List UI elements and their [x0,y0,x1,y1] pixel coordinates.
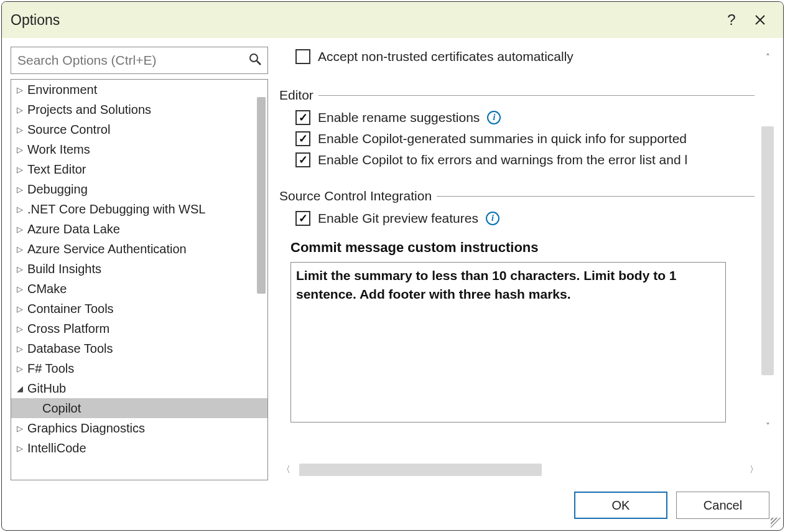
commit-instructions-heading: Commit message custom instructions [279,231,755,262]
scroll-thumb[interactable] [299,464,542,476]
info-icon[interactable]: i [487,111,501,124]
tree-item-cmake[interactable]: ▷CMake [11,279,267,299]
right-pane: Accept non-trusted certificates automati… [279,47,779,480]
chevron-right-icon: ▷ [14,324,26,334]
chevron-right-icon: ▷ [14,145,26,154]
left-pane: ▷Environment ▷Projects and Solutions ▷So… [11,47,268,480]
enable-git-preview-checkbox[interactable] [295,211,310,226]
option-label: Enable rename suggestions [318,110,480,125]
close-icon [754,14,766,26]
scroll-down-icon[interactable]: ˅ [759,419,776,433]
tree-item-azure-auth[interactable]: ▷Azure Service Authentication [11,239,267,259]
tree-item-build-insights[interactable]: ▷Build Insights [11,259,267,279]
help-button[interactable]: ? [717,6,746,34]
tree-item-debugging[interactable]: ▷Debugging [11,179,267,199]
tree-item-fsharp-tools[interactable]: ▷F# Tools [11,358,267,378]
tree-item-projects[interactable]: ▷Projects and Solutions [11,100,267,119]
tree-scrollbar[interactable] [255,80,267,480]
tree-item-copilot[interactable]: Copilot [11,398,267,418]
enable-rename-suggestions-row: Enable rename suggestions i [279,109,755,130]
option-label: Enable Git preview features [318,211,478,226]
accept-nontrusted-certs-label: Accept non-trusted certificates automati… [318,49,574,64]
chevron-right-icon: ▷ [14,364,26,373]
tree-item-work-items[interactable]: ▷Work Items [11,139,267,159]
accept-nontrusted-certs-row: Accept non-trusted certificates automati… [279,47,755,72]
content-horizontal-scrollbar[interactable]: 〈 〉 [279,462,761,478]
enable-copilot-summaries-checkbox[interactable] [295,131,310,146]
tree-item-intellicode[interactable]: ▷IntelliCode [11,438,267,458]
scroll-thumb[interactable] [761,126,774,375]
chevron-right-icon: ▷ [14,165,26,174]
tree-item-github[interactable]: ◢GitHub [11,378,267,398]
scroll-track[interactable] [293,464,747,476]
tree-item-container-tools[interactable]: ▷Container Tools [11,299,267,319]
content-vertical-scrollbar[interactable]: ˄ ˅ [759,50,776,433]
commit-instructions-textarea[interactable] [290,262,726,422]
dialog-footer: OK Cancel [2,480,783,530]
scm-group-header: Source Control Integration [279,189,755,203]
chevron-right-icon: ▷ [14,185,26,194]
search-options-box[interactable] [11,47,268,74]
enable-copilot-summaries-row: Enable Copilot-generated summaries in qu… [279,130,755,151]
tree-item-cross-platform[interactable]: ▷Cross Platform [11,319,267,338]
enable-copilot-fix-errors-row: Enable Copilot to fix errors and warning… [279,151,755,172]
chevron-right-icon: ▷ [14,284,26,294]
tree-item-source-control[interactable]: ▷Source Control [11,119,267,139]
accept-nontrusted-certs-checkbox[interactable] [295,49,310,64]
tree-item-graphics-diagnostics[interactable]: ▷Graphics Diagnostics [11,418,267,438]
svg-point-0 [250,54,258,62]
enable-copilot-fix-errors-checkbox[interactable] [295,152,310,167]
tree-item-database-tools[interactable]: ▷Database Tools [11,338,267,358]
scroll-up-icon[interactable]: ˄ [759,50,776,64]
source-control-group: Source Control Integration Enable Git pr… [279,189,755,425]
tree-item-dotnet-wsl[interactable]: ▷.NET Core Debugging with WSL [11,199,267,219]
chevron-right-icon: ▷ [14,85,26,95]
option-label: Enable Copilot-generated summaries in qu… [318,131,687,146]
chevron-right-icon: ▷ [14,444,26,453]
option-label: Enable Copilot to fix errors and warning… [318,152,687,167]
titlebar: Options ? [2,2,783,38]
enable-rename-suggestions-checkbox[interactable] [295,110,310,125]
editor-group-header: Editor [279,88,755,103]
chevron-right-icon: ▷ [14,245,26,254]
dialog-title: Options [11,12,717,29]
resize-grip[interactable] [771,518,781,528]
options-content: Accept non-trusted certificates automati… [279,47,779,458]
chevron-right-icon: ▷ [14,205,26,214]
tree-list[interactable]: ▷Environment ▷Projects and Solutions ▷So… [11,80,267,480]
dialog-body: ▷Environment ▷Projects and Solutions ▷So… [2,38,783,480]
chevron-right-icon: ▷ [14,105,26,114]
tree-scrollbar-thumb[interactable] [257,97,266,294]
chevron-right-icon: ▷ [14,225,26,234]
chevron-down-icon: ◢ [14,384,26,393]
search-input[interactable] [17,53,249,68]
chevron-right-icon: ▷ [14,264,26,274]
tree-item-environment[interactable]: ▷Environment [11,80,267,100]
chevron-right-icon: ▷ [14,424,26,433]
tree-item-text-editor[interactable]: ▷Text Editor [11,159,267,179]
chevron-right-icon: ▷ [14,125,26,134]
options-tree: ▷Environment ▷Projects and Solutions ▷So… [11,79,268,480]
ok-button[interactable]: OK [574,492,667,519]
info-icon[interactable]: i [486,212,499,225]
scroll-track[interactable] [759,64,776,419]
close-button[interactable] [746,6,774,34]
search-icon [249,53,261,68]
chevron-right-icon: ▷ [14,304,26,314]
scroll-right-icon[interactable]: 〉 [747,462,761,478]
editor-group: Editor Enable rename suggestions i Enabl… [279,88,755,172]
enable-git-preview-row: Enable Git preview features i [279,210,755,231]
scroll-left-icon[interactable]: 〈 [279,462,293,478]
cancel-button[interactable]: Cancel [676,492,769,519]
chevron-right-icon: ▷ [14,344,26,353]
options-dialog: Options ? ▷Environment ▷Projects and Sol… [1,1,784,531]
tree-item-azure-data-lake[interactable]: ▷Azure Data Lake [11,219,267,239]
